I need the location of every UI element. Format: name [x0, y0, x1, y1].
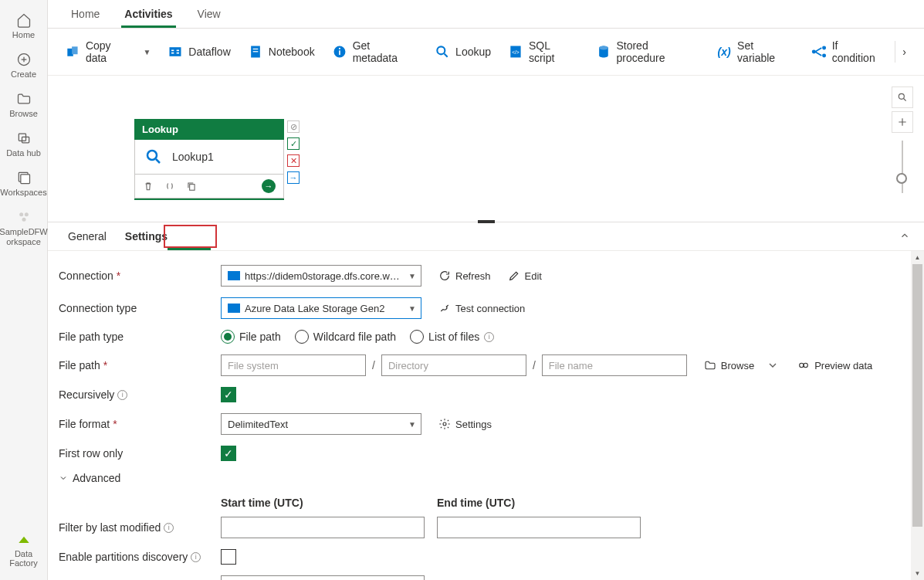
recursively-checkbox[interactable]: ✓ — [221, 387, 236, 402]
svg-point-21 — [437, 46, 445, 54]
clone-icon[interactable] — [186, 181, 197, 192]
node-name: Lookup1 — [172, 151, 214, 163]
node-output-handles: ⊘ ✓ ✕ → — [287, 120, 300, 184]
handle-failure-icon[interactable]: ✕ — [287, 154, 300, 167]
edit-button[interactable]: Edit — [502, 270, 548, 282]
handle-success-icon[interactable]: ✓ — [287, 137, 300, 150]
connection-type-dropdown[interactable]: Azure Data Lake Storage Gen2 ▼ — [221, 297, 421, 319]
sidebar-label: Create — [11, 70, 36, 79]
toolbar-lookup[interactable]: Lookup — [428, 39, 497, 64]
search-icon — [897, 92, 908, 103]
max-concurrent-input[interactable] — [221, 575, 425, 580]
enable-partitions-checkbox[interactable] — [221, 549, 236, 565]
sidebar-item-datahub[interactable]: Data hub — [0, 124, 47, 164]
collapse-panel-button[interactable] — [896, 227, 913, 246]
sidebar-item-home[interactable]: Home — [0, 6, 47, 46]
svg-rect-10 — [170, 47, 181, 56]
scroll-up-arrow[interactable]: ▲ — [911, 251, 924, 264]
browse-dropdown[interactable] — [760, 359, 785, 371]
delete-icon[interactable] — [143, 181, 154, 192]
svg-rect-30 — [190, 185, 195, 191]
scrollbar[interactable]: ▲ ▼ — [911, 251, 924, 580]
format-settings-button[interactable]: Settings — [432, 418, 498, 430]
toolbar-sql-script[interactable]: </> SQL script — [502, 35, 584, 69]
svg-rect-12 — [171, 53, 174, 54]
file-format-dropdown[interactable]: DelimitedText ▼ — [221, 413, 421, 435]
advanced-section-toggle[interactable]: Advanced — [59, 472, 913, 484]
slider-thumb[interactable] — [896, 173, 907, 184]
settings-icon — [438, 418, 451, 430]
toolbar-copy-data[interactable]: Copy data ▼ — [59, 35, 157, 69]
tab-activities[interactable]: Activities — [112, 0, 184, 28]
test-connection-button[interactable]: Test connection — [432, 302, 531, 314]
file-system-input[interactable] — [221, 354, 366, 376]
info-icon[interactable]: i — [117, 390, 127, 400]
info-icon[interactable]: i — [484, 332, 494, 342]
chevron-down-icon: ▼ — [408, 304, 416, 313]
tab-view[interactable]: View — [185, 0, 233, 28]
toolbar-get-metadata[interactable]: Get metadata — [326, 35, 424, 69]
info-icon[interactable]: i — [191, 552, 201, 562]
preview-icon — [797, 359, 810, 371]
toolbar-notebook[interactable]: Notebook — [242, 39, 321, 64]
run-icon[interactable]: → — [262, 179, 276, 193]
toolbar-if-condition[interactable]: If condition — [805, 35, 890, 69]
toolbar-label: Lookup — [455, 46, 491, 58]
info-icon[interactable]: i — [164, 523, 174, 533]
preview-data-button[interactable]: Preview data — [791, 359, 878, 371]
refresh-button[interactable]: Refresh — [432, 270, 497, 282]
canvas-search-button[interactable] — [892, 86, 913, 108]
chevron-down-icon — [59, 473, 68, 483]
radio-file-path[interactable]: File path — [221, 330, 281, 344]
file-path-type-label: File path type — [59, 331, 221, 343]
chevron-down-icon — [767, 359, 779, 371]
svg-point-7 — [22, 218, 25, 222]
toolbar-label: Set variable — [737, 39, 794, 64]
toolbar-label: Get metadata — [353, 39, 418, 64]
zoom-slider[interactable] — [902, 141, 903, 193]
end-time-input[interactable] — [437, 517, 641, 538]
svg-text:</>: </> — [512, 49, 520, 55]
sidebar-item-create[interactable]: Create — [0, 46, 47, 85]
props-tab-settings[interactable]: Settings — [116, 222, 177, 250]
file-name-input[interactable] — [542, 354, 687, 376]
toolbar-dataflow[interactable]: Dataflow — [161, 39, 236, 64]
props-tab-general[interactable]: General — [59, 222, 116, 250]
start-time-header: Start time (UTC) — [221, 497, 425, 509]
chevron-down-icon: ▼ — [408, 272, 416, 280]
toolbar-label: If condition — [832, 39, 884, 64]
scroll-down-arrow[interactable]: ▼ — [911, 567, 924, 580]
lookup-activity-node[interactable]: Lookup Lookup1 → — [134, 119, 284, 198]
directory-input[interactable] — [381, 354, 526, 376]
svg-point-20 — [339, 48, 340, 49]
sidebar-label: Data Factory — [3, 549, 44, 568]
file-path-type-radiogroup: File path Wildcard file path List of fil… — [221, 330, 494, 344]
tab-home[interactable]: Home — [59, 0, 112, 28]
folder-icon — [16, 91, 32, 107]
lookup-icon — [435, 44, 450, 59]
sidebar-item-sample-workspace[interactable]: SampleDFW orkspace — [0, 203, 47, 252]
connection-dropdown[interactable]: https://didem0storage.dfs.core.w… ▼ — [221, 265, 421, 287]
scrollbar-thumb[interactable] — [912, 264, 922, 527]
sidebar-item-workspaces[interactable]: Workspaces — [0, 164, 47, 203]
toolbar-set-variable[interactable]: (x) Set variable — [710, 35, 800, 69]
first-row-only-checkbox[interactable]: ✓ — [221, 446, 236, 461]
toolbar-stored-procedure[interactable]: Stored procedure — [590, 35, 706, 69]
code-icon[interactable] — [164, 181, 175, 192]
browse-button[interactable]: Browse — [698, 359, 760, 371]
toolbar-label: Notebook — [269, 46, 315, 58]
sidebar-item-browse[interactable]: Browse — [0, 85, 47, 124]
toolbar-scroll-right[interactable]: › — [895, 41, 913, 63]
recursively-label: Recursively i — [59, 388, 221, 401]
sidebar-item-datafactory[interactable]: Data Factory — [0, 525, 47, 574]
handle-completion-icon[interactable]: → — [287, 171, 300, 184]
file-format-value: DelimitedText — [228, 419, 288, 430]
start-time-input[interactable] — [221, 517, 425, 538]
canvas-add-button[interactable] — [892, 111, 913, 133]
pipeline-canvas[interactable]: Lookup Lookup1 → ⊘ ✓ ✕ → — [48, 76, 924, 222]
workspaces-icon — [16, 170, 32, 185]
properties-tabs: General Settings — [48, 222, 924, 251]
radio-wildcard-path[interactable]: Wildcard file path — [295, 330, 396, 344]
handle-deactivate-icon[interactable]: ⊘ — [287, 120, 300, 133]
radio-list-of-files[interactable]: List of filesi — [410, 330, 494, 344]
